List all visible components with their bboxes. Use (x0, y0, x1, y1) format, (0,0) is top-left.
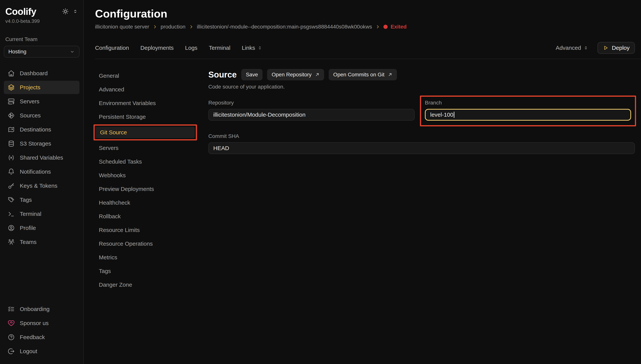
key-icon (8, 182, 15, 190)
open-commits-label: Open Commits on Git (333, 72, 384, 78)
tabs-row: Configuration Deployments Logs Terminal … (95, 42, 635, 54)
commit-sha-value: HEAD (213, 145, 229, 152)
subnav-item-resource-limits[interactable]: Resource Limits (95, 223, 193, 237)
chevron-down-icon (70, 49, 75, 54)
sidebar-item-sources[interactable]: Sources (4, 109, 80, 122)
subnav-item-danger-zone[interactable]: Danger Zone (95, 278, 193, 292)
sidebar-item-shared-variables[interactable]: Shared Variables (4, 151, 80, 164)
sidebar-item-label: Logout (20, 348, 37, 354)
variable-icon (8, 154, 15, 161)
subnav-item-healthcheck[interactable]: Healthcheck (95, 196, 193, 210)
sidebar-item-label: Shared Variables (20, 154, 63, 161)
sidebar-item-profile[interactable]: Profile (4, 221, 80, 234)
commit-sha-input[interactable]: HEAD (208, 142, 635, 154)
subnav-item-metrics[interactable]: Metrics (95, 250, 193, 264)
main-area: Configuration illicitonion quote server … (84, 0, 641, 364)
sidebar-item-label: Tags (20, 197, 32, 203)
sidebar-item-feedback[interactable]: Feedback (4, 330, 80, 344)
save-button[interactable]: Save (241, 69, 263, 80)
breadcrumb-project[interactable]: illicitonion quote server (95, 24, 149, 30)
tab-configuration[interactable]: Configuration (95, 45, 129, 51)
repository-label: Repository (208, 100, 415, 106)
repository-value: illicitestonion/Module-Decomposition (213, 112, 305, 118)
repository-input[interactable]: illicitestonion/Module-Decomposition (208, 109, 415, 121)
tab-logs[interactable]: Logs (185, 45, 198, 51)
breadcrumb: illicitonion quote server production ill… (95, 24, 635, 30)
breadcrumb-application[interactable]: illicitestonion/-module--decomposition:m… (197, 24, 372, 30)
terminal-icon (8, 210, 15, 218)
sidebar-item-logout[interactable]: Logout (4, 344, 80, 358)
brand-row: Coolify (4, 6, 80, 17)
subnav-item-servers[interactable]: Servers (95, 141, 193, 155)
branch-value: level-100 (430, 112, 453, 118)
logout-icon (8, 348, 15, 355)
sidebar-item-keys-tokens[interactable]: Keys & Tokens (4, 179, 80, 192)
tab-deployments[interactable]: Deployments (140, 45, 174, 51)
theme-toggle-sun-icon[interactable] (62, 8, 69, 15)
chevron-right-icon (189, 24, 194, 29)
status-dot-icon (383, 25, 388, 29)
sidebar-item-label: Dashboard (20, 70, 48, 76)
sidebar-item-onboarding[interactable]: Onboarding (4, 302, 80, 316)
play-icon (603, 45, 608, 51)
sidebar-item-dashboard[interactable]: Dashboard (4, 67, 80, 80)
list-checks-icon (8, 306, 15, 313)
sidebar-item-label: S3 Storages (20, 140, 51, 147)
tab-links[interactable]: Links (242, 45, 262, 51)
branch-input[interactable]: level-100 (425, 109, 631, 121)
breadcrumb-environment[interactable]: production (161, 24, 186, 30)
annotation-box-git-source: Git Source (94, 124, 197, 140)
team-select-value: Hosting (8, 49, 27, 55)
source-description: Code source of your application. (208, 84, 635, 90)
subnav-item-git-source[interactable]: Git Source (96, 127, 195, 138)
server-icon (8, 98, 15, 105)
branch-label: Branch (425, 100, 631, 106)
git-source-panel: Source Save Open Repository Open Commits… (208, 69, 635, 364)
subnav-item-environment-variables[interactable]: Environment Variables (95, 96, 193, 110)
chevron-right-icon (375, 24, 380, 29)
user-circle-icon (8, 224, 15, 232)
team-select[interactable]: Hosting (4, 46, 80, 58)
open-repository-button[interactable]: Open Repository (267, 69, 324, 80)
status-badge: Exited (383, 24, 407, 30)
annotation-box-branch: Branch level-100 (420, 96, 636, 126)
sidebar-item-notifications[interactable]: Notifications (4, 165, 80, 178)
config-subnav: General Advanced Environment Variables P… (95, 69, 193, 364)
deploy-button[interactable]: Deploy (597, 42, 635, 54)
sidebar-collapse-chevrons-icon[interactable] (73, 9, 78, 14)
subnav-item-rollback[interactable]: Rollback (95, 210, 193, 223)
content: General Advanced Environment Variables P… (95, 69, 635, 364)
sidebar-item-tags[interactable]: Tags (4, 193, 80, 206)
external-link-icon (315, 72, 320, 77)
sidebar-item-sponsor-us[interactable]: Sponsor us (4, 316, 80, 330)
sidebar-item-s3-storages[interactable]: S3 Storages (4, 137, 80, 150)
sidebar-item-label: Servers (20, 98, 39, 105)
sidebar-item-label: Feedback (20, 334, 45, 340)
sidebar-item-label: Destinations (20, 126, 51, 133)
subnav-item-preview-deployments[interactable]: Preview Deployments (95, 182, 193, 196)
sidebar-item-teams[interactable]: Teams (4, 236, 80, 249)
subnav-item-persistent-storage[interactable]: Persistent Storage (95, 110, 193, 124)
divider (95, 59, 641, 59)
sidebar-item-destinations[interactable]: Destinations (4, 123, 80, 136)
advanced-dropdown[interactable]: Advanced (556, 45, 588, 51)
subnav-item-tags[interactable]: Tags (95, 264, 193, 278)
subnav-item-webhooks[interactable]: Webhooks (95, 168, 193, 182)
subnav-item-resource-operations[interactable]: Resource Operations (95, 237, 193, 250)
subnav-item-advanced[interactable]: Advanced (95, 83, 193, 96)
sidebar-item-projects[interactable]: Projects (4, 81, 80, 94)
sidebar-item-label: Terminal (20, 211, 41, 217)
subnav-item-general[interactable]: General (95, 69, 193, 83)
tab-terminal[interactable]: Terminal (209, 45, 230, 51)
users-icon (8, 238, 15, 246)
brand-logo: Coolify (5, 6, 36, 17)
sidebar-item-terminal[interactable]: Terminal (4, 207, 80, 220)
branch-field: Branch level-100 (425, 100, 631, 121)
sidebar-item-servers[interactable]: Servers (4, 95, 80, 108)
open-commits-button[interactable]: Open Commits on Git (329, 69, 397, 80)
git-source-icon (8, 112, 15, 119)
sidebar-item-label: Notifications (20, 168, 51, 175)
external-link-icon (388, 72, 392, 77)
sidebar-item-label: Onboarding (20, 306, 50, 312)
subnav-item-scheduled-tasks[interactable]: Scheduled Tasks (95, 155, 193, 168)
